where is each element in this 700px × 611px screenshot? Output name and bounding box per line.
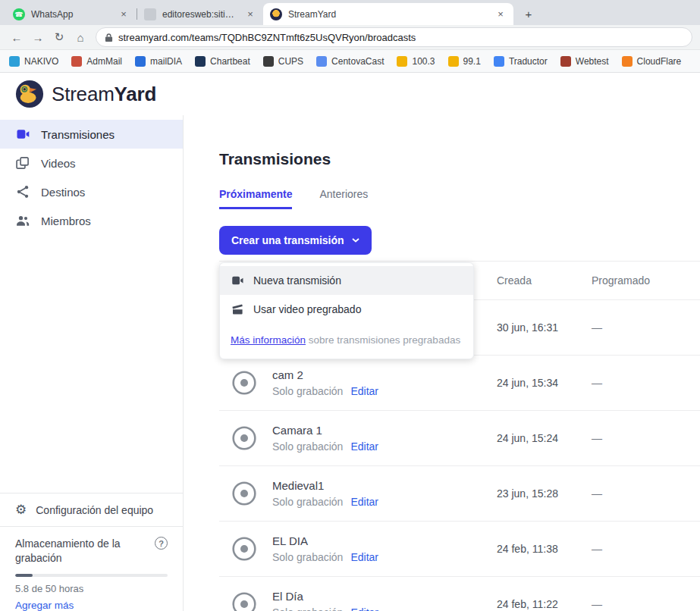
menu-item-label: Nueva transmisión: [253, 274, 341, 287]
sidebar-item-label: Destinos: [41, 186, 85, 199]
bookmark-icon: [622, 56, 633, 67]
tab-anteriores[interactable]: Anteriores: [319, 188, 368, 209]
edit-link[interactable]: Editar: [350, 496, 378, 508]
team-settings-button[interactable]: Configuración del equipo: [0, 493, 183, 526]
whatsapp-icon: [13, 8, 25, 20]
sidebar-item-miembros[interactable]: Miembros: [0, 206, 183, 235]
bookmark-cups[interactable]: CUPS: [263, 56, 303, 67]
table-row[interactable]: cam 2 Solo grabación Editar 24 jun, 15:3…: [219, 356, 700, 411]
broadcast-meta: Medieval1 Solo grabación Editar: [272, 479, 378, 508]
broadcast-scheduled: —: [592, 598, 700, 610]
streamyard-icon: [270, 8, 282, 20]
storage-progress: [15, 574, 168, 577]
broadcast-created: 24 jun, 15:34: [497, 377, 592, 389]
browser-tab-editoresweb[interactable]: editoresweb:sitioweb:eldia.co: [137, 3, 263, 25]
storage-label: Almacenamiento de la grabación: [15, 537, 137, 566]
reload-button[interactable]: [50, 28, 68, 46]
bookmark-icon: [494, 56, 504, 67]
recording-icon: [231, 370, 257, 396]
bookmark-nakivo[interactable]: NAKIVO: [9, 56, 58, 67]
learn-more-link[interactable]: Más información: [231, 334, 306, 346]
broadcast-meta: cam 2 Solo grabación Editar: [272, 368, 378, 397]
tab-title: StreamYard: [288, 9, 488, 20]
table-row[interactable]: EL DIA Solo grabación Editar 24 feb, 11:…: [219, 522, 700, 577]
bookmark-label: NAKIVO: [24, 56, 58, 67]
tab-close-icon[interactable]: [244, 8, 256, 20]
broadcast-info: cam 2 Solo grabación Editar: [219, 368, 497, 397]
browser-tab-streamyard[interactable]: StreamYard: [263, 3, 513, 25]
bookmark-maildia[interactable]: mailDIA: [135, 56, 182, 67]
site-icon: [144, 8, 156, 20]
bookmark-cloudflare[interactable]: CloudFlare: [622, 56, 682, 67]
menu-item-prerecorded-video[interactable]: Usar video pregrabado: [220, 295, 473, 324]
broadcast-type: Solo grabación: [272, 440, 343, 453]
bookmark-label: CUPS: [278, 56, 303, 67]
tab-title: WhatsApp: [31, 9, 111, 20]
bookmarks-bar: NAKIVO AdmMail mailDIA Chartbeat CUPS Ce…: [0, 50, 700, 73]
back-button[interactable]: [8, 28, 26, 46]
broadcast-tabs: Próximamente Anteriores: [219, 188, 700, 209]
broadcast-type: Solo grabación: [272, 496, 343, 508]
sidebar-item-label: Transmisiones: [41, 128, 115, 141]
streamyard-logo: [15, 80, 44, 108]
broadcast-title: Camara 1: [272, 424, 378, 437]
edit-link[interactable]: Editar: [350, 440, 378, 453]
bookmark-traductor[interactable]: Traductor: [494, 56, 548, 67]
broadcast-created: 23 jun, 15:28: [497, 487, 592, 500]
broadcast-title: Medieval1: [272, 479, 378, 492]
bookmark-icon: [195, 56, 206, 67]
bookmark-label: CentovaCast: [331, 56, 384, 67]
main-content: Transmisiones Próximamente Anteriores Cr…: [184, 115, 700, 611]
create-broadcast-button[interactable]: Crear una transmisión: [219, 226, 372, 255]
sidebar-item-destinos[interactable]: Destinos: [0, 177, 183, 206]
sidebar-item-label: Miembros: [41, 215, 91, 227]
create-broadcast-menu: Nueva transmisión Usar video pregrabado …: [219, 262, 474, 359]
broadcast-meta: EL DIA Solo grabación Editar: [272, 534, 378, 563]
help-icon[interactable]: [155, 537, 168, 550]
create-broadcast-area: Crear una transmisión Nueva transmisión: [219, 226, 372, 255]
table-row[interactable]: Medieval1 Solo grabación Editar 23 jun, …: [219, 466, 700, 522]
edit-link[interactable]: Editar: [350, 385, 378, 397]
forward-button[interactable]: [29, 28, 47, 46]
browser-window: WhatsApp editoresweb:sitioweb:eldia.co S…: [0, 0, 700, 611]
bookmark-icon: [316, 56, 327, 67]
edit-link[interactable]: Editar: [350, 551, 378, 563]
clapperboard-icon: [231, 302, 244, 316]
new-tab-button[interactable]: [520, 5, 538, 23]
tab-proximamente[interactable]: Próximamente: [219, 188, 292, 209]
address-bar[interactable]: streamyard.com/teams/TQDhBC9ZNTmft6z5UsQ…: [96, 27, 692, 47]
bookmark-label: Traductor: [509, 56, 548, 67]
chevron-down-icon: [352, 238, 359, 243]
bookmark-label: CloudFlare: [637, 56, 682, 67]
bookmark-admmail[interactable]: AdmMail: [71, 56, 122, 67]
bookmark-100-3[interactable]: 100.3: [397, 56, 435, 67]
bookmark-chartbeat[interactable]: Chartbeat: [195, 56, 250, 67]
home-button[interactable]: [71, 28, 89, 46]
table-row[interactable]: El Día Solo grabación Editar 24 feb, 11:…: [219, 577, 700, 611]
tab-close-icon[interactable]: [118, 8, 130, 20]
tab-close-icon[interactable]: [494, 8, 507, 20]
broadcast-info: El Día Solo grabación Editar: [219, 590, 497, 611]
bookmark-label: Chartbeat: [210, 56, 250, 67]
recording-icon: [231, 536, 257, 562]
add-more-link[interactable]: Agregar más: [15, 600, 168, 611]
table-row[interactable]: Camara 1 Solo grabación Editar 24 jun, 1…: [219, 411, 700, 466]
menu-info-text: sobre transmisiones pregrabadas: [306, 334, 460, 346]
menu-item-new-broadcast[interactable]: Nueva transmisión: [220, 266, 473, 295]
bookmark-webtest[interactable]: Webtest: [560, 56, 609, 67]
storage-panel: Almacenamiento de la grabación 5.8 de 50…: [0, 526, 183, 611]
broadcast-created: 24 jun, 15:24: [497, 432, 592, 444]
storage-progress-fill: [15, 574, 33, 577]
storage-usage-text: 5.8 de 50 horas: [15, 583, 168, 594]
sidebar-item-videos[interactable]: Videos: [0, 149, 183, 177]
bookmark-99-1[interactable]: 99.1: [448, 56, 481, 67]
lock-icon: [105, 33, 113, 42]
broadcast-created: 30 jun, 16:31: [497, 321, 592, 334]
sidebar-item-transmisiones[interactable]: Transmisiones: [0, 120, 183, 149]
broadcast-scheduled: —: [592, 543, 700, 555]
bookmark-centovacast[interactable]: CentovaCast: [316, 56, 384, 67]
edit-link[interactable]: Editar: [350, 606, 378, 611]
browser-tab-whatsapp[interactable]: WhatsApp: [6, 3, 137, 25]
page-title: Transmisiones: [219, 150, 700, 168]
broadcast-scheduled: —: [592, 432, 700, 444]
